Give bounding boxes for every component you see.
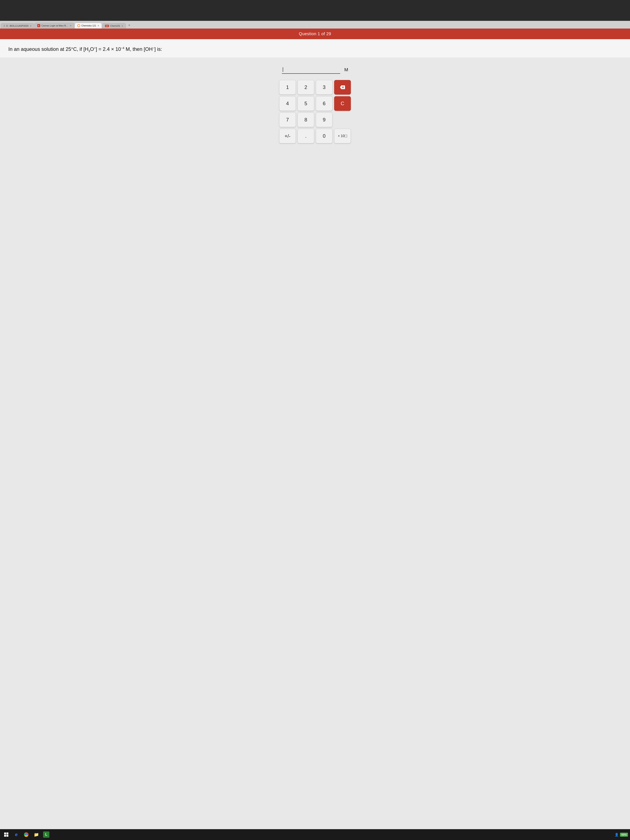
tab-biol-favicon: S — [3, 25, 5, 27]
answer-display: M — [282, 66, 348, 74]
user-icon: 👤 — [614, 833, 619, 837]
numpad-7[interactable]: 7 — [279, 112, 296, 127]
numpad-sign[interactable]: +/- — [279, 129, 296, 143]
tab-canvas-favicon: N — [37, 24, 40, 27]
numpad-empty-3 — [334, 112, 351, 127]
tab-chem101-label: Chem101 — [110, 25, 120, 27]
windows-icon — [4, 832, 8, 837]
tab-chemistry[interactable]: Chemistry 121 ✕ — [74, 23, 102, 28]
question-area: In an aqueous solution at 25°C, if [H3O+… — [0, 39, 630, 57]
tab-chem101[interactable]: 101 Chem101 ✕ — [102, 23, 126, 28]
question-header: Question 1 of 29 — [0, 28, 630, 39]
numpad-8[interactable]: 8 — [297, 112, 314, 127]
tab-chem101-favicon: 101 — [105, 25, 109, 27]
taskbar: e 📁 L 👤 99% — [0, 829, 630, 840]
edge-icon: e — [15, 832, 17, 837]
files-icon: 📁 — [34, 832, 39, 837]
edge-button[interactable]: e — [12, 831, 21, 839]
numpad-clear[interactable]: C — [334, 96, 351, 111]
browser-chrome: S S - BIOL111ASP2020 ✕ N Canvas Login at… — [0, 21, 630, 28]
taskbar-right: 👤 99% — [614, 833, 628, 837]
numpad-exponent[interactable]: × 10 — [334, 129, 351, 143]
chrome-icon — [24, 832, 28, 837]
numpad-1[interactable]: 1 — [279, 80, 296, 95]
lms-icon: L — [43, 832, 49, 838]
numpad-2[interactable]: 2 — [297, 80, 314, 95]
numpad-3[interactable]: 3 — [316, 80, 333, 95]
tab-bar: S S - BIOL111ASP2020 ✕ N Canvas Login at… — [0, 21, 630, 28]
answer-cursor — [283, 67, 283, 72]
tab-chemistry-close[interactable]: ✕ — [98, 25, 99, 27]
answer-unit: M — [344, 67, 348, 73]
tab-chemistry-favicon — [77, 24, 80, 27]
numpad-backspace[interactable] — [334, 80, 351, 95]
tab-biol-label: S - BIOL111ASP2020 — [6, 25, 28, 27]
new-tab-button[interactable]: + — [126, 22, 132, 28]
tab-chem101-close[interactable]: ✕ — [122, 25, 123, 27]
top-bezel — [0, 0, 630, 21]
numpad-6[interactable]: 6 — [316, 96, 333, 111]
numpad: 1 2 3 4 5 6 C 7 8 9 +/- . 0 — [279, 80, 351, 143]
tab-canvas-label: Canvas Login at Mary Baldwin U... — [41, 24, 68, 27]
numpad-9[interactable]: 9 — [316, 112, 333, 127]
chrome-button[interactable] — [22, 831, 30, 839]
numpad-0[interactable]: 0 — [316, 129, 333, 143]
lms-button[interactable]: L — [42, 831, 51, 839]
tab-biol-close[interactable]: ✕ — [30, 25, 32, 27]
files-button[interactable]: 📁 — [32, 831, 40, 839]
backspace-icon — [340, 85, 345, 90]
numpad-5[interactable]: 5 — [297, 96, 314, 111]
question-count: Question 1 of 29 — [299, 32, 331, 36]
browser-content: Question 1 of 29 In an aqueous solution … — [0, 28, 630, 829]
windows-start-button[interactable] — [2, 831, 10, 839]
question-text: In an aqueous solution at 25°C, if [H3O+… — [8, 46, 162, 52]
tab-canvas[interactable]: N Canvas Login at Mary Baldwin U... ✕ — [35, 23, 74, 28]
calculator-section: M 1 2 3 4 5 6 C 7 8 9 — [0, 57, 630, 829]
answer-input-wrapper — [282, 66, 340, 74]
tab-chemistry-label: Chemistry 121 — [82, 24, 96, 27]
tab-biol111[interactable]: S S - BIOL111ASP2020 ✕ — [1, 23, 34, 28]
numpad-decimal[interactable]: . — [297, 129, 314, 143]
battery-percentage: 99% — [620, 833, 628, 837]
tab-canvas-close[interactable]: ✕ — [70, 25, 71, 27]
numpad-4[interactable]: 4 — [279, 96, 296, 111]
